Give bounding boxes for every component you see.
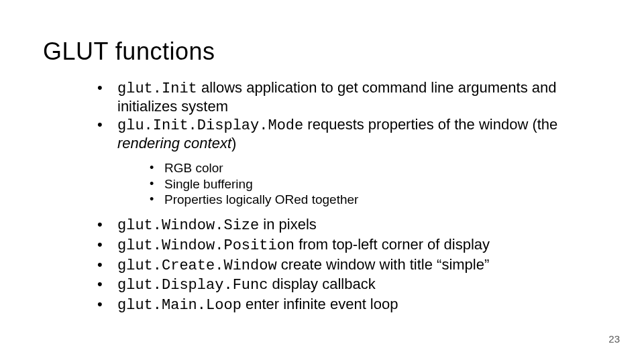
bullet-item: glut.Main.Loop enter infinite event loop bbox=[91, 296, 587, 314]
code-token: glut.Main.Loop bbox=[117, 297, 241, 314]
bullet-text: display callback bbox=[268, 276, 375, 292]
page-number: 23 bbox=[608, 333, 620, 345]
code-token: glu.Init.Display.Mode bbox=[117, 117, 303, 134]
bullet-item: glut.Window.Size in pixels bbox=[91, 216, 587, 235]
code-token: glut.Window.Position bbox=[117, 237, 294, 254]
code-token: glut.Window.Size bbox=[117, 217, 259, 234]
bullet-item: glut.Window.Position from top-left corne… bbox=[91, 236, 587, 255]
bullet-text: create window with title “simple” bbox=[277, 256, 490, 273]
slide-title: GLUT functions bbox=[43, 38, 215, 66]
bullet-text: ) bbox=[231, 135, 236, 152]
bullet-item: glut.Create.Window create window with ti… bbox=[91, 256, 587, 275]
bullet-text: from top-left corner of display bbox=[294, 236, 490, 253]
bullet-text: requests properties of the window (the bbox=[303, 116, 557, 133]
italic-text: rendering context bbox=[117, 135, 231, 152]
bullet-item: glut.Init allows application to get comm… bbox=[91, 79, 587, 115]
code-token: glut.Init bbox=[117, 80, 197, 97]
sub-bullet-item: Single buffering bbox=[144, 176, 587, 192]
bullet-text: in pixels bbox=[259, 216, 317, 233]
code-token: glut.Display.Func bbox=[117, 277, 268, 294]
bullet-text: enter infinite event loop bbox=[241, 296, 398, 312]
sub-bullet-item: RGB color bbox=[144, 160, 587, 176]
bullet-item: glu.Init.Display.Mode requests propertie… bbox=[91, 116, 587, 208]
code-token: glut.Create.Window bbox=[117, 257, 277, 274]
bullet-item: glut.Display.Func display callback bbox=[91, 276, 587, 294]
slide-body: glut.Init allows application to get comm… bbox=[91, 79, 587, 316]
sub-bullet-item: Properties logically ORed together bbox=[144, 192, 587, 208]
